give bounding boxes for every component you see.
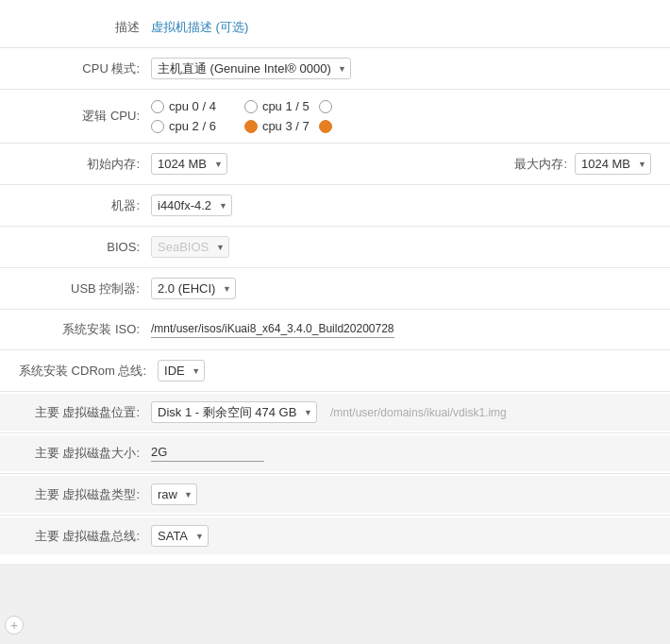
init-mem-group: 1024 MB [151,153,514,175]
cpu-mode-select[interactable]: 主机直通 (Genuine Intel® 0000) [151,58,351,79]
cpu-label-1: cpu 1 / 5 [262,99,310,113]
bios-label: BIOS: [19,240,151,254]
cpu-grid: cpu 0 / 4 cpu 1 / 5 cpu 2 / 6 [151,99,332,133]
iso-row: 系统安装 ISO: /mnt/user/isos/iKuai8_x64_3.4.… [0,312,670,347]
memory-content: 1024 MB 最大内存: 1024 MB [151,153,651,175]
usb-content: 2.0 (EHCI) [151,278,651,299]
machine-select[interactable]: i440fx-4.2 [151,195,232,216]
bios-row: BIOS: SeaBIOS [0,229,670,265]
vdisk-size-row: 主要 虚拟磁盘大小: 2G [0,435,670,471]
vdisk-type-row: 主要 虚拟磁盘类型: raw [0,476,670,513]
description-row: 描述 虚拟机描述 (可选) [0,9,670,45]
cdrom-label: 系统安装 CDRom 总线: [19,363,158,380]
vdisk-type-content: raw [151,483,651,505]
logical-cpu-row: 逻辑 CPU: cpu 0 / 4 cpu 1 / 5 [0,92,670,141]
init-mem-label: 初始内存: [19,156,151,173]
cpu-label-3: cpu 3 / 7 [262,119,310,133]
add-button[interactable]: + [5,616,24,635]
machine-content: i440fx-4.2 [151,195,651,216]
cpu-radio-3[interactable] [244,120,258,133]
vdisk-bus-select-wrapper: SATA [151,525,209,547]
description-content: 虚拟机描述 (可选) [151,19,651,36]
init-mem-select-wrapper: 1024 MB [151,153,227,175]
iso-path[interactable]: /mnt/user/isos/iKuai8_x64_3.4.0_Build202… [151,322,394,338]
vdisk-type-select[interactable]: raw [151,483,197,505]
max-mem-group: 最大内存: 1024 MB [514,153,651,175]
vdisk-bus-label: 主要 虚拟磁盘总线: [19,528,151,545]
init-mem-select[interactable]: 1024 MB [151,153,227,175]
max-mem-label: 最大内存: [514,156,567,173]
cpu-item-1: cpu 1 / 5 [244,99,310,113]
cpu-mode-select-wrapper: 主机直通 (Genuine Intel® 0000) [151,58,351,79]
machine-select-wrapper: i440fx-4.2 [151,195,232,216]
form-container: 描述 虚拟机描述 (可选) CPU 模式: 主机直通 (Genuine Inte… [0,0,670,564]
vdisk-location-content: Disk 1 - 剩余空间 474 GB /mnt/user/domains/i… [151,401,651,423]
cpu-item-0: cpu 0 / 4 [151,99,216,113]
usb-row: USB 控制器: 2.0 (EHCI) [0,270,670,307]
cpu-radio-1[interactable] [244,100,258,113]
description-label: 描述 [19,19,151,36]
cpu-item-3: cpu 3 / 7 [244,119,310,133]
vdisk-type-label: 主要 虚拟磁盘类型: [19,486,151,503]
cpu-label-2: cpu 2 / 6 [169,119,216,133]
max-mem-select-wrapper: 1024 MB [575,153,651,175]
cpu-item-3b [319,120,332,133]
vdisk-location-select[interactable]: Disk 1 - 剩余空间 474 GB [151,401,317,423]
logical-cpu-content: cpu 0 / 4 cpu 1 / 5 cpu 2 / 6 [151,99,651,133]
machine-label: 机器: [19,197,151,214]
cpu-radio-1b[interactable] [319,100,332,113]
cpu-item-1b [319,100,332,113]
cpu-label-0: cpu 0 / 4 [169,99,216,113]
usb-select-wrapper: 2.0 (EHCI) [151,278,236,299]
vdisk-location-path: /mnt/user/domains/ikuai/vdisk1.img [330,406,507,419]
cdrom-select-wrapper: IDE [158,360,205,381]
bios-select[interactable]: SeaBIOS [151,236,229,258]
vdisk-location-row: 主要 虚拟磁盘位置: Disk 1 - 剩余空间 474 GB /mnt/use… [0,394,670,431]
cdrom-row: 系统安装 CDRom 总线: IDE [0,352,670,389]
vdisk-size-value: 2G [151,445,264,462]
cdrom-content: IDE [158,360,651,381]
bios-select-wrapper: SeaBIOS [151,236,229,258]
vdisk-bus-select[interactable]: SATA [151,525,209,547]
usb-label: USB 控制器: [19,280,151,297]
vdisk-bus-content: SATA [151,525,651,547]
logical-cpu-label: 逻辑 CPU: [19,108,151,125]
bios-content: SeaBIOS [151,236,651,258]
vdisk-location-select-wrapper: Disk 1 - 剩余空间 474 GB [151,401,317,423]
cpu-mode-row: CPU 模式: 主机直通 (Genuine Intel® 0000) [0,50,670,87]
vdisk-bus-row: 主要 虚拟磁盘总线: SATA [0,517,670,554]
iso-content: /mnt/user/isos/iKuai8_x64_3.4.0_Build202… [151,322,651,338]
cpu-mode-content: 主机直通 (Genuine Intel® 0000) [151,58,651,79]
vdisk-location-label: 主要 虚拟磁盘位置: [19,404,151,421]
usb-select[interactable]: 2.0 (EHCI) [151,278,236,299]
cpu-radio-0[interactable] [151,100,164,113]
memory-row: 初始内存: 1024 MB 最大内存: 1024 MB [0,145,670,182]
vdisk-size-label: 主要 虚拟磁盘大小: [19,445,151,462]
cpu-radio-3b[interactable] [319,120,332,133]
memory-inner-row: 1024 MB 最大内存: 1024 MB [151,153,651,175]
cpu-item-2: cpu 2 / 6 [151,119,216,133]
cdrom-select[interactable]: IDE [158,360,205,381]
vdisk-size-content: 2G [151,445,651,462]
cpu-mode-label: CPU 模式: [19,60,151,77]
machine-row: 机器: i440fx-4.2 [0,187,670,224]
iso-label: 系统安装 ISO: [19,321,151,338]
max-mem-select[interactable]: 1024 MB [575,153,651,175]
cpu-radio-2[interactable] [151,120,164,133]
description-link[interactable]: 虚拟机描述 (可选) [151,19,248,36]
vdisk-type-select-wrapper: raw [151,483,197,505]
